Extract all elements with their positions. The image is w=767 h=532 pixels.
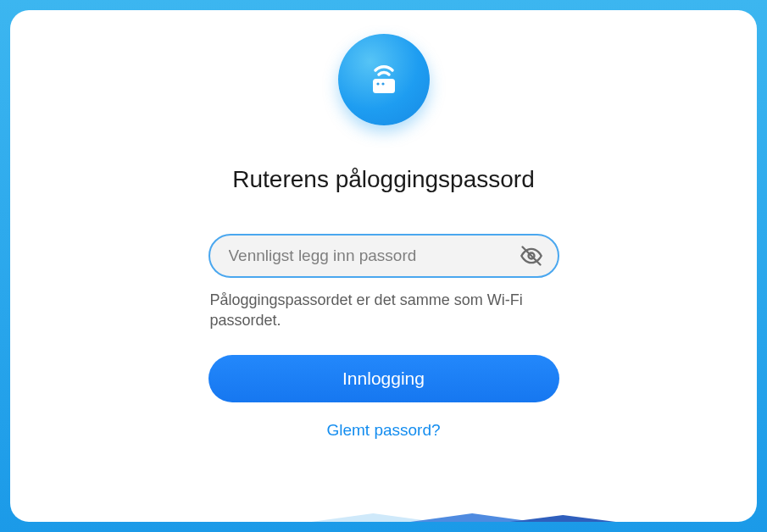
login-form: Påloggingspassordet er det samme som Wi-… [208,234,559,440]
eye-off-icon [520,244,543,268]
svg-point-2 [381,82,384,85]
router-logo [338,34,430,125]
login-card: Ruterens påloggingspassord Påloggingspas… [10,10,757,522]
password-hint: Påloggingspassordet er det samme som Wi-… [208,290,559,331]
svg-marker-7 [497,515,629,522]
svg-marker-5 [299,513,447,522]
svg-point-1 [376,82,379,85]
login-button[interactable]: Innlogging [208,355,559,402]
password-input-wrapper[interactable] [208,234,559,278]
forgot-password-link[interactable]: Glemt passord? [208,421,559,440]
router-icon [361,57,407,103]
svg-rect-0 [373,79,395,93]
toggle-password-visibility[interactable] [519,243,544,269]
svg-marker-6 [398,513,547,522]
password-input[interactable] [229,236,512,276]
page-title: Ruterens påloggingspassord [232,166,534,193]
bottom-decoration [10,513,757,522]
